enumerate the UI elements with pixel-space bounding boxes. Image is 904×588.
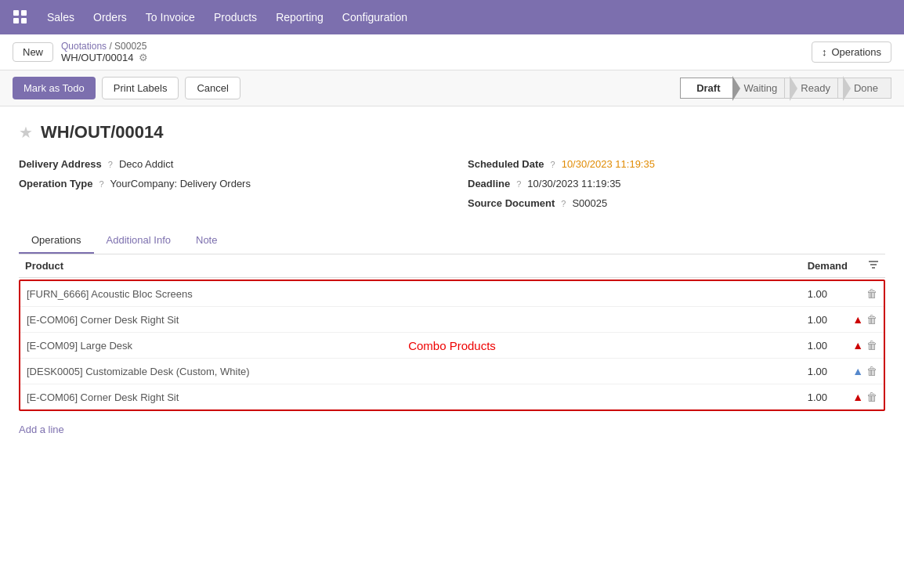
record-title: WH/OUT/00014 <box>41 122 164 142</box>
tab-operations[interactable]: Operations <box>19 228 94 254</box>
favorite-star-icon[interactable]: ★ <box>19 123 33 142</box>
action-bar: Mark as Todo Print Labels Cancel Draft W… <box>0 70 904 106</box>
table-row: [FURN_6666] Acoustic Bloc Screens 1.00 🗑 <box>20 281 884 307</box>
col-demand-header: Demand <box>785 260 848 272</box>
new-button[interactable]: New <box>13 42 53 62</box>
demand-value: 1.00 <box>768 391 830 403</box>
svg-rect-3 <box>21 18 27 23</box>
demand-value: 1.00 <box>768 314 830 326</box>
gear-icon[interactable]: ⚙ <box>139 52 148 63</box>
operation-type-help: ? <box>99 179 103 189</box>
fields-grid: Delivery Address ? Deco Addict Operation… <box>19 158 885 209</box>
svg-rect-1 <box>21 10 27 16</box>
delivery-address-row: Delivery Address ? Deco Addict <box>19 158 436 170</box>
deadline-label: Deadline <box>468 178 510 189</box>
chart-icon[interactable]: ▲ <box>852 365 863 377</box>
nav-orders[interactable]: Orders <box>85 6 135 28</box>
deadline-value: 10/30/2023 11:19:35 <box>527 178 620 189</box>
breadcrumb-left: New Quotations / S00025 WH/OUT/00014 ⚙ <box>13 41 148 63</box>
table-wrapper: Product Demand [FURN_6666] Acoustic Bloc… <box>19 254 885 448</box>
col-filter-header[interactable] <box>848 259 879 272</box>
breadcrumb-current: WH/OUT/00014 ⚙ <box>61 52 147 63</box>
demand-value: 1.00 <box>768 366 830 377</box>
operation-type-row: Operation Type ? YourCompany: Delivery O… <box>19 178 436 189</box>
action-buttons: Mark as Todo Print Labels Cancel <box>13 77 240 99</box>
scheduled-date-label: Scheduled Date <box>468 158 544 170</box>
demand-value: 1.00 <box>768 288 830 300</box>
add-line-link[interactable]: Add a line <box>19 417 64 442</box>
scheduled-date-help: ? <box>551 160 555 169</box>
source-document-row: Source Document ? S00025 <box>468 197 885 209</box>
chart-icon[interactable]: ▲ <box>852 313 863 326</box>
table-row: [E-COM09] Large Desk Combo Products 1.00… <box>20 333 884 359</box>
scheduled-date-value: 10/30/2023 11:19:35 <box>562 158 655 170</box>
top-navigation: Sales Orders To Invoice Products Reporti… <box>0 0 904 34</box>
row-actions: ▲ 🗑 <box>830 313 877 326</box>
cancel-button[interactable]: Cancel <box>185 77 240 99</box>
table-header: Product Demand <box>19 254 885 278</box>
mark-as-todo-button[interactable]: Mark as Todo <box>13 77 96 99</box>
operation-type-label: Operation Type <box>19 178 92 189</box>
breadcrumb-path-id: S00025 <box>114 41 146 52</box>
source-document-value: S00025 <box>572 197 607 209</box>
operations-arrows-icon: ↕ <box>822 46 827 58</box>
nav-reporting[interactable]: Reporting <box>268 6 331 28</box>
demand-value: 1.00 <box>768 340 830 352</box>
print-labels-button[interactable]: Print Labels <box>102 77 179 99</box>
tab-additional-info[interactable]: Additional Info <box>94 228 183 254</box>
tabs: Operations Additional Info Note <box>19 228 885 254</box>
col-product-header: Product <box>25 260 785 272</box>
nav-products[interactable]: Products <box>206 6 265 28</box>
delete-row-icon[interactable]: 🗑 <box>866 365 877 377</box>
breadcrumb-path: Quotations / S00025 <box>61 41 147 52</box>
current-doc-label: WH/OUT/00014 <box>61 52 133 63</box>
source-document-label: Source Document <box>468 197 555 209</box>
fields-left: Delivery Address ? Deco Addict Operation… <box>19 158 436 209</box>
chart-icon[interactable]: ▲ <box>852 339 863 352</box>
chart-icon[interactable]: ▲ <box>852 391 863 403</box>
delivery-address-value: Deco Addict <box>119 158 173 170</box>
operation-type-value: YourCompany: Delivery Orders <box>110 178 251 189</box>
record-header: ★ WH/OUT/00014 <box>19 122 885 142</box>
add-line-container: Add a line <box>19 411 885 448</box>
deadline-row: Deadline ? 10/30/2023 11:19:35 <box>468 178 885 189</box>
row-actions: ▲ 🗑 <box>830 365 877 377</box>
product-table-bordered: [FURN_6666] Acoustic Bloc Screens 1.00 🗑… <box>19 280 885 411</box>
fields-right: Scheduled Date ? 10/30/2023 11:19:35 Dea… <box>468 158 885 209</box>
source-document-help: ? <box>561 199 566 208</box>
nav-configuration[interactable]: Configuration <box>334 6 415 28</box>
row-actions: ▲ 🗑 <box>830 391 877 403</box>
product-name: [E-COM06] Corner Desk Right Sit <box>27 391 768 403</box>
table-row: [DESK0005] Customizable Desk (Custom, Wh… <box>20 359 884 384</box>
scheduled-date-row: Scheduled Date ? 10/30/2023 11:19:35 <box>468 158 885 170</box>
product-name: [DESK0005] Customizable Desk (Custom, Wh… <box>27 366 768 377</box>
operations-label: Operations <box>831 46 881 58</box>
delete-row-icon[interactable]: 🗑 <box>866 391 877 403</box>
deadline-help: ? <box>516 179 521 189</box>
delete-row-icon[interactable]: 🗑 <box>866 287 877 300</box>
delete-row-icon[interactable]: 🗑 <box>866 313 877 326</box>
product-name: [FURN_6666] Acoustic Bloc Screens <box>27 288 768 300</box>
row-actions: 🗑 <box>830 287 877 300</box>
row-actions: ▲ 🗑 <box>830 339 877 352</box>
breadcrumb-bar: New Quotations / S00025 WH/OUT/00014 ⚙ ↕… <box>0 34 904 70</box>
svg-rect-2 <box>13 18 19 23</box>
breadcrumb-text: Quotations / S00025 WH/OUT/00014 ⚙ <box>61 41 147 63</box>
table-row: [E-COM06] Corner Desk Right Sit 1.00 ▲ 🗑 <box>20 307 884 333</box>
status-draft[interactable]: Draft <box>680 78 733 99</box>
table-row: [E-COM06] Corner Desk Right Sit 1.00 ▲ 🗑 <box>20 384 884 409</box>
tab-note[interactable]: Note <box>183 228 230 254</box>
breadcrumb-quotations-link[interactable]: Quotations <box>61 41 107 52</box>
operations-button[interactable]: ↕ Operations <box>812 41 891 63</box>
product-name: [E-COM06] Corner Desk Right Sit <box>27 314 768 326</box>
delete-row-icon[interactable]: 🗑 <box>866 339 877 352</box>
delivery-address-label: Delivery Address <box>19 158 102 170</box>
nav-sales[interactable]: Sales <box>39 6 82 28</box>
app-grid-icon[interactable] <box>9 6 31 28</box>
product-name: [E-COM09] Large Desk <box>27 340 768 352</box>
nav-to-invoice[interactable]: To Invoice <box>138 6 203 28</box>
delivery-address-help: ? <box>108 160 113 169</box>
status-bar: Draft Waiting Ready Done <box>680 78 891 99</box>
main-content: ★ WH/OUT/00014 Delivery Address ? Deco A… <box>0 106 904 464</box>
svg-rect-0 <box>13 10 19 16</box>
